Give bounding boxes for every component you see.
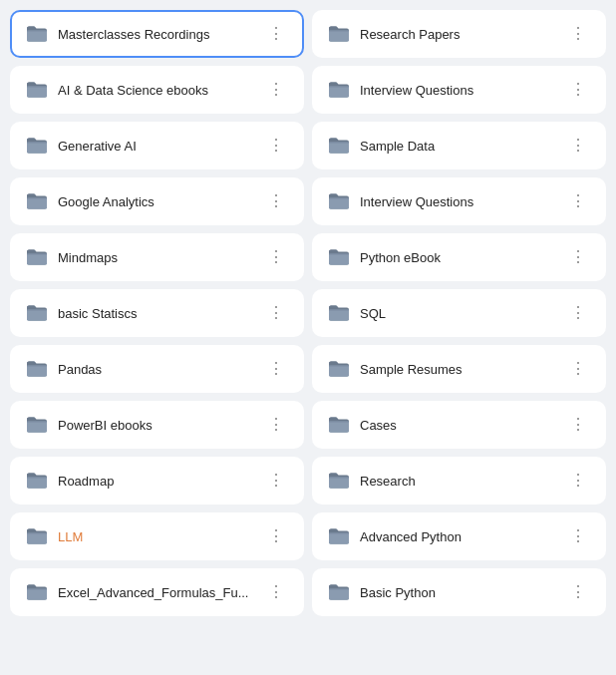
svg-rect-14 xyxy=(329,198,349,209)
svg-rect-4 xyxy=(27,254,47,265)
folder-item-masterclasses[interactable]: Masterclasses Recordings ⋮ xyxy=(10,10,304,58)
more-options-icon[interactable]: ⋮ xyxy=(264,582,288,602)
folder-icon xyxy=(328,527,350,545)
folder-label: SQL xyxy=(360,306,556,321)
folder-icon xyxy=(26,583,48,601)
folder-label: PowerBI ebooks xyxy=(58,418,254,433)
folder-item-cases[interactable]: Cases ⋮ xyxy=(312,401,606,449)
folder-icon xyxy=(328,472,350,490)
folder-item-research-papers[interactable]: Research Papers ⋮ xyxy=(312,10,606,58)
svg-rect-19 xyxy=(329,478,349,489)
more-options-icon[interactable]: ⋮ xyxy=(566,24,590,44)
folder-label: Python eBook xyxy=(360,250,556,265)
folder-label: Sample Data xyxy=(360,139,556,154)
more-options-icon[interactable]: ⋮ xyxy=(566,359,590,379)
svg-rect-9 xyxy=(27,533,47,544)
folder-icon xyxy=(328,248,350,266)
more-options-icon[interactable]: ⋮ xyxy=(566,80,590,100)
folder-label: Interview Questions xyxy=(360,83,556,98)
more-options-icon[interactable]: ⋮ xyxy=(264,526,288,546)
more-options-icon[interactable]: ⋮ xyxy=(264,471,288,491)
svg-rect-10 xyxy=(27,589,47,600)
folder-item-excel-advanced[interactable]: Excel_Advanced_Formulas_Fu... ⋮ xyxy=(10,568,304,616)
folder-item-powerbi-ebooks[interactable]: PowerBI ebooks ⋮ xyxy=(10,401,304,449)
folder-icon xyxy=(26,527,48,545)
folder-label: basic Statiscs xyxy=(58,306,254,321)
folder-label: Excel_Advanced_Formulas_Fu... xyxy=(58,585,254,600)
folder-item-advanced-python[interactable]: Advanced Python ⋮ xyxy=(312,512,606,560)
folder-icon xyxy=(26,416,48,434)
folder-icon xyxy=(26,472,48,490)
svg-rect-0 xyxy=(27,31,47,42)
folder-item-generative-ai[interactable]: Generative AI ⋮ xyxy=(10,122,304,169)
more-options-icon[interactable]: ⋮ xyxy=(264,80,288,100)
folder-item-ai-ebooks[interactable]: AI & Data Science ebooks ⋮ xyxy=(10,66,304,114)
folder-item-interview-questions-1[interactable]: Interview Questions ⋮ xyxy=(312,66,606,114)
folder-icon xyxy=(328,192,350,210)
folder-item-research[interactable]: Research ⋮ xyxy=(312,457,606,505)
folder-icon xyxy=(328,583,350,601)
folder-icon xyxy=(328,25,350,43)
more-options-icon[interactable]: ⋮ xyxy=(264,24,288,44)
more-options-icon[interactable]: ⋮ xyxy=(566,247,590,267)
folder-label: LLM xyxy=(58,529,254,544)
more-options-icon[interactable]: ⋮ xyxy=(264,303,288,323)
folder-item-python-ebook[interactable]: Python eBook ⋮ xyxy=(312,233,606,281)
more-options-icon[interactable]: ⋮ xyxy=(264,191,288,211)
svg-rect-17 xyxy=(329,366,349,377)
folder-label: Research Papers xyxy=(360,27,556,42)
folder-icon xyxy=(328,81,350,99)
folder-item-roadmap[interactable]: Roadmap ⋮ xyxy=(10,457,304,505)
svg-rect-11 xyxy=(329,31,349,42)
svg-rect-1 xyxy=(27,87,47,98)
more-options-icon[interactable]: ⋮ xyxy=(566,303,590,323)
folder-label: Google Analytics xyxy=(58,194,254,209)
folder-item-basic-statiscs[interactable]: basic Statiscs ⋮ xyxy=(10,289,304,337)
more-options-icon[interactable]: ⋮ xyxy=(264,359,288,379)
folder-icon xyxy=(328,360,350,378)
folder-icon xyxy=(26,25,48,43)
folder-label: Masterclasses Recordings xyxy=(58,27,254,42)
folder-icon xyxy=(26,360,48,378)
folder-icon xyxy=(26,137,48,155)
svg-rect-15 xyxy=(329,254,349,265)
folder-grid: Masterclasses Recordings ⋮ AI & Data Sci… xyxy=(10,10,606,616)
more-options-icon[interactable]: ⋮ xyxy=(566,526,590,546)
more-options-icon[interactable]: ⋮ xyxy=(566,471,590,491)
more-options-icon[interactable]: ⋮ xyxy=(566,136,590,156)
more-options-icon[interactable]: ⋮ xyxy=(264,136,288,156)
folder-label: Advanced Python xyxy=(360,529,556,544)
folder-icon xyxy=(26,304,48,322)
folder-item-pandas[interactable]: Pandas ⋮ xyxy=(10,345,304,393)
more-options-icon[interactable]: ⋮ xyxy=(264,247,288,267)
more-options-icon[interactable]: ⋮ xyxy=(566,191,590,211)
folder-label: Sample Resumes xyxy=(360,362,556,377)
folder-icon xyxy=(26,81,48,99)
folder-item-basic-python[interactable]: Basic Python ⋮ xyxy=(312,568,606,616)
svg-rect-5 xyxy=(27,310,47,321)
folder-label: Cases xyxy=(360,418,556,433)
more-options-icon[interactable]: ⋮ xyxy=(264,415,288,435)
folder-item-sample-resumes[interactable]: Sample Resumes ⋮ xyxy=(312,345,606,393)
svg-rect-3 xyxy=(27,198,47,209)
svg-rect-8 xyxy=(27,478,47,489)
folder-label: Generative AI xyxy=(58,139,254,154)
folder-item-interview-questions-2[interactable]: Interview Questions ⋮ xyxy=(312,177,606,225)
svg-rect-7 xyxy=(27,422,47,433)
svg-rect-16 xyxy=(329,310,349,321)
folder-item-llm[interactable]: LLM ⋮ xyxy=(10,512,304,560)
more-options-icon[interactable]: ⋮ xyxy=(566,582,590,602)
folder-item-mindmaps[interactable]: Mindmaps ⋮ xyxy=(10,233,304,281)
folder-label: Research xyxy=(360,474,556,489)
folder-label: Mindmaps xyxy=(58,250,254,265)
folder-item-sample-data[interactable]: Sample Data ⋮ xyxy=(312,122,606,169)
svg-rect-2 xyxy=(27,143,47,154)
folder-label: AI & Data Science ebooks xyxy=(58,83,254,98)
folder-label: Pandas xyxy=(58,362,254,377)
more-options-icon[interactable]: ⋮ xyxy=(566,415,590,435)
folder-label: Interview Questions xyxy=(360,194,556,209)
svg-rect-12 xyxy=(329,87,349,98)
folder-item-google-analytics[interactable]: Google Analytics ⋮ xyxy=(10,177,304,225)
folder-item-sql[interactable]: SQL ⋮ xyxy=(312,289,606,337)
svg-rect-18 xyxy=(329,422,349,433)
